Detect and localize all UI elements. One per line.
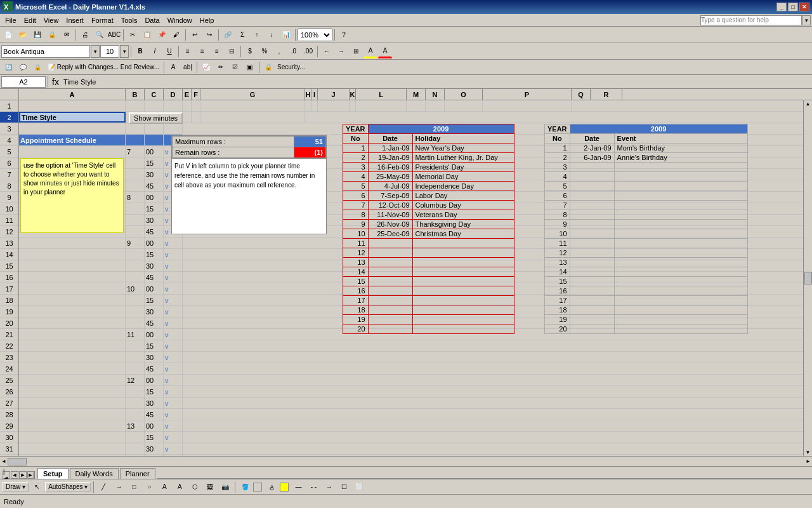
- cell-d19[interactable]: v: [164, 306, 183, 317]
- cell-d22[interactable]: v: [164, 340, 183, 351]
- cell-a22[interactable]: [19, 340, 126, 351]
- col-header-c[interactable]: C: [145, 89, 164, 100]
- cell-a24[interactable]: [19, 363, 126, 374]
- cell-a17[interactable]: [19, 283, 126, 294]
- col-header-k[interactable]: K: [350, 89, 356, 100]
- permission-button[interactable]: 🔒: [45, 28, 59, 42]
- cell-c27[interactable]: 30: [145, 398, 164, 408]
- remain-rows-value[interactable]: (1): [294, 147, 326, 158]
- cell-c17[interactable]: 00: [145, 283, 164, 294]
- cell-a5[interactable]: [19, 146, 126, 157]
- cell-c15[interactable]: 30: [145, 260, 164, 271]
- cell-d24[interactable]: v: [164, 363, 183, 374]
- col-header-r[interactable]: R: [591, 89, 622, 100]
- col-header-m[interactable]: M: [407, 89, 426, 100]
- font-size-dropdown-btn[interactable]: ▾: [120, 45, 129, 58]
- align-center-button[interactable]: ≡: [195, 44, 209, 58]
- menu-format[interactable]: Format: [88, 15, 117, 25]
- cell-p1[interactable]: [483, 100, 572, 111]
- cell-a26[interactable]: [19, 386, 126, 397]
- oval-tool[interactable]: ○: [142, 480, 156, 494]
- dash-style-btn[interactable]: - -: [306, 480, 320, 494]
- cell-c11[interactable]: 30: [145, 215, 164, 225]
- cell-c12[interactable]: 45: [145, 226, 164, 237]
- cell-c16[interactable]: 45: [145, 272, 164, 283]
- cut-button[interactable]: ✂: [126, 28, 140, 42]
- cell-c5[interactable]: 00: [145, 146, 164, 157]
- protect-btn[interactable]: 🔒: [30, 60, 44, 74]
- cell-b17[interactable]: 10: [126, 283, 145, 294]
- cell-c1[interactable]: [145, 100, 164, 111]
- cell-b21[interactable]: 11: [126, 329, 145, 340]
- cell-d30[interactable]: v: [164, 432, 183, 443]
- new-button[interactable]: 📄: [1, 28, 15, 42]
- italic-button[interactable]: I: [148, 44, 162, 58]
- cell-m1[interactable]: [407, 100, 426, 111]
- 3d-btn[interactable]: ⬜: [352, 480, 366, 494]
- cell-c23[interactable]: 30: [145, 352, 164, 363]
- cell-a4[interactable]: Appointment Schedule: [19, 135, 126, 145]
- autosum-button[interactable]: Σ: [235, 28, 249, 42]
- cell-c22[interactable]: 15: [145, 340, 164, 351]
- cell-g1[interactable]: [200, 100, 305, 111]
- image-tool[interactable]: 📷: [218, 480, 232, 494]
- security-btn[interactable]: 🔒: [261, 60, 275, 74]
- col-header-g[interactable]: G: [200, 89, 305, 100]
- scroll-thumb[interactable]: [804, 272, 812, 284]
- currency-button[interactable]: $: [243, 44, 257, 58]
- cell-a16[interactable]: [19, 272, 126, 283]
- tab-last-btn[interactable]: ►|: [27, 471, 35, 479]
- col-header-i[interactable]: I: [311, 89, 318, 100]
- cell-b27[interactable]: [126, 398, 145, 408]
- menu-file[interactable]: File: [1, 15, 20, 25]
- track-changes-btn[interactable]: 🔄: [1, 60, 15, 74]
- vertical-scrollbar[interactable]: ▲ ▼: [803, 100, 812, 456]
- arrow-style-btn[interactable]: →: [322, 480, 336, 494]
- scroll-right-btn[interactable]: ►: [804, 458, 812, 464]
- shadow-btn[interactable]: ☐: [337, 480, 351, 494]
- sort-desc-button[interactable]: ↓: [265, 28, 278, 42]
- col-header-p[interactable]: P: [483, 89, 572, 100]
- cell-c21[interactable]: 00: [145, 329, 164, 340]
- cell-c3[interactable]: [145, 123, 164, 134]
- cell-a1[interactable]: [19, 100, 126, 111]
- cell-a2[interactable]: Time Style: [19, 112, 126, 123]
- cell-c10[interactable]: 15: [145, 203, 164, 214]
- cell-a29[interactable]: [19, 420, 126, 431]
- cell-a32[interactable]: [19, 455, 126, 456]
- line-style-btn[interactable]: —: [291, 480, 305, 494]
- col-header-o[interactable]: O: [445, 89, 483, 100]
- cell-a13[interactable]: [19, 237, 126, 248]
- cell-b14[interactable]: [126, 249, 145, 260]
- font-color-btn[interactable]: A: [265, 480, 278, 494]
- diagram-tool[interactable]: ⬡: [188, 480, 202, 494]
- print-preview-button[interactable]: 🔍: [93, 28, 107, 42]
- format-style-btn[interactable]: A: [166, 60, 180, 74]
- function-button[interactable]: fx: [50, 77, 61, 87]
- cell-b29[interactable]: 13: [126, 420, 145, 431]
- cell-d3[interactable]: [164, 123, 183, 134]
- format-style-btn2[interactable]: ab|: [181, 60, 195, 74]
- font-name-input[interactable]: [1, 45, 90, 58]
- cell-reference-box[interactable]: A2: [1, 76, 46, 88]
- cell-b9[interactable]: 8: [126, 192, 145, 203]
- paste-format-button[interactable]: 🖌: [169, 28, 183, 42]
- cell-b25[interactable]: 12: [126, 375, 145, 385]
- cell-d28[interactable]: v: [164, 409, 183, 420]
- cell-b8[interactable]: [126, 180, 145, 191]
- tab-navigation[interactable]: |◄ ◄ ► ►|: [3, 471, 35, 479]
- cell-c24[interactable]: 45: [145, 363, 164, 374]
- cell-b10[interactable]: [126, 203, 145, 214]
- percent-button[interactable]: %: [258, 44, 272, 58]
- cell-b4[interactable]: [126, 135, 145, 145]
- col-header-q[interactable]: Q: [572, 89, 591, 100]
- cell-l1[interactable]: [356, 100, 407, 111]
- cell-a27[interactable]: [19, 398, 126, 408]
- scroll-down-btn[interactable]: ▼: [806, 450, 811, 455]
- show-minutes-button[interactable]: Show minutes: [129, 112, 183, 124]
- cell-d1[interactable]: [164, 100, 183, 111]
- draw-select-btn[interactable]: ↖: [30, 480, 44, 494]
- cell-d25[interactable]: v: [164, 375, 183, 385]
- drawing-btn[interactable]: ✏: [214, 60, 228, 74]
- cell-i1[interactable]: [311, 100, 318, 111]
